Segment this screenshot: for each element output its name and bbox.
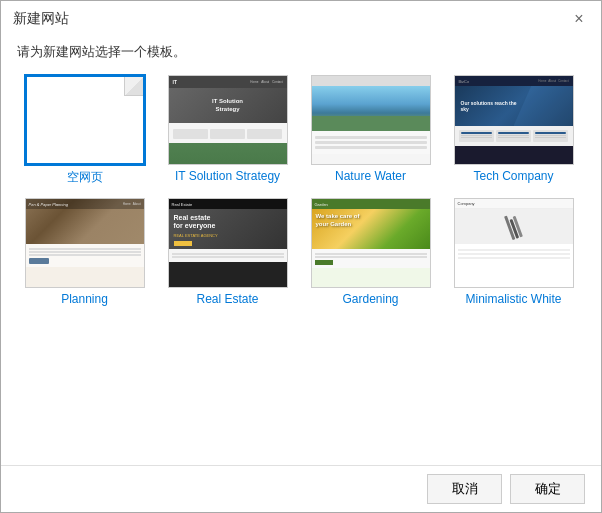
template-thumb-planning: Pen & Paper Planning Home About (25, 198, 145, 288)
dialog-subtitle: 请为新建网站选择一个模板。 (1, 37, 601, 71)
template-grid: 空网页 IT Home About Contact (17, 71, 581, 310)
tech-col-line2 (461, 137, 492, 138)
re-hero: Real estatefor everyone REAL ESTATE AGEN… (169, 209, 287, 249)
tech-nav: Home About Contact (538, 79, 568, 83)
plan-body (26, 244, 144, 267)
tech-col1 (459, 130, 494, 142)
template-thumb-nature (311, 75, 431, 165)
new-website-dialog: 新建网站 × 请为新建网站选择一个模板。 空网页 (0, 0, 602, 513)
realestate-preview: Real Estate Real estatefor everyone REAL… (169, 199, 287, 287)
it-header: IT Home About Contact (169, 76, 287, 88)
template-thumb-realestate: Real Estate Real estatefor everyone REAL… (168, 198, 288, 288)
cancel-button[interactable]: 取消 (427, 474, 502, 504)
plan-nav: Home About (123, 202, 141, 206)
nature-line1 (315, 136, 427, 139)
it-hero: IT SolutionStrategy (169, 88, 287, 123)
it-card1 (173, 129, 208, 139)
ok-button[interactable]: 确定 (510, 474, 585, 504)
it-card2 (210, 129, 245, 139)
garden-header: Garden (312, 199, 430, 209)
plan-img: Pen & Paper Planning Home About (26, 199, 144, 244)
plan-line1 (29, 248, 141, 250)
template-item-minimal[interactable]: Company (448, 198, 579, 306)
dialog-title: 新建网站 (13, 10, 69, 28)
nature-preview (312, 76, 430, 164)
tech-col-title1 (461, 132, 492, 134)
template-item-it[interactable]: IT Home About Contact IT SolutionStrateg… (162, 75, 293, 186)
close-button[interactable]: × (569, 9, 589, 29)
re-header: Real Estate (169, 199, 287, 209)
plan-btn (29, 258, 49, 264)
re-body (169, 249, 287, 262)
template-thumb-tech: BizCo Home About Contact Our solutions r… (454, 75, 574, 165)
nature-hero (312, 86, 430, 131)
template-item-blank[interactable]: 空网页 (19, 75, 150, 186)
min-line1 (458, 249, 570, 251)
garden-line1 (315, 253, 427, 255)
re-cta-btn (174, 241, 192, 246)
template-thumb-minimal: Company (454, 198, 574, 288)
tech-col-line4 (498, 137, 529, 138)
title-bar: 新建网站 × (1, 1, 601, 37)
tech-col-line1 (461, 135, 492, 136)
min-line3 (458, 257, 570, 259)
tech-preview: BizCo Home About Contact Our solutions r… (455, 76, 573, 164)
template-label-it: IT Solution Strategy (175, 169, 280, 183)
min-body (455, 244, 573, 264)
tech-cols (455, 126, 573, 146)
nature-header (312, 76, 430, 86)
re-title: Real estatefor everyone (174, 214, 282, 231)
tech-header: BizCo Home About Contact (455, 76, 573, 86)
it-body (169, 123, 287, 143)
tech-headline: Our solutions reach the sky (461, 100, 521, 113)
it-preview: IT Home About Contact IT SolutionStrateg… (169, 76, 287, 164)
template-thumb-blank (25, 75, 145, 165)
template-thumb-garden: Garden We take care ofyour Garden (311, 198, 431, 288)
tech-col-line3 (498, 135, 529, 136)
template-label-blank: 空网页 (67, 169, 103, 186)
it-title: IT SolutionStrategy (212, 98, 243, 112)
re-line1 (172, 253, 284, 255)
tech-col-title2 (498, 132, 529, 134)
template-item-realestate[interactable]: Real Estate Real estatefor everyone REAL… (162, 198, 293, 306)
tech-col-line6 (535, 137, 566, 138)
plan-logo: Pen & Paper Planning (29, 202, 68, 207)
nature-line2 (315, 141, 427, 144)
nature-line3 (315, 146, 427, 149)
template-label-planning: Planning (61, 292, 108, 306)
min-header: Company (455, 199, 573, 209)
template-item-tech[interactable]: BizCo Home About Contact Our solutions r… (448, 75, 579, 186)
it-nav: Home About Contact (250, 80, 282, 84)
content-area: 空网页 IT Home About Contact (1, 71, 601, 465)
template-grid-container[interactable]: 空网页 IT Home About Contact (17, 71, 585, 465)
minimal-preview: Company (455, 199, 573, 287)
tech-col3 (533, 130, 568, 142)
template-item-garden[interactable]: Garden We take care ofyour Garden (305, 198, 436, 306)
tech-col-title3 (535, 132, 566, 134)
re-subtitle: REAL ESTATE AGENCY (174, 233, 282, 238)
garden-preview: Garden We take care ofyour Garden (312, 199, 430, 287)
plan-line3 (29, 254, 141, 256)
planning-preview: Pen & Paper Planning Home About (26, 199, 144, 287)
tech-hero: Our solutions reach the sky (455, 86, 573, 126)
min-hero (455, 209, 573, 244)
tech-logo: BizCo (459, 79, 470, 84)
garden-hero: We take care ofyour Garden (312, 209, 430, 249)
re-line2 (172, 256, 284, 258)
garden-btn (315, 260, 333, 265)
tech-col-line5 (535, 135, 566, 136)
garden-title: We take care ofyour Garden (316, 213, 426, 229)
min-line2 (458, 253, 570, 255)
min-pens (504, 213, 523, 240)
template-label-nature: Nature Water (335, 169, 406, 183)
template-item-nature[interactable]: Nature Water (305, 75, 436, 186)
template-item-planning[interactable]: Pen & Paper Planning Home About (19, 198, 150, 306)
garden-line2 (315, 256, 427, 258)
it-row1 (173, 129, 283, 139)
it-card3 (247, 129, 282, 139)
nature-body (312, 131, 430, 154)
template-thumb-it: IT Home About Contact IT SolutionStrateg… (168, 75, 288, 165)
garden-body (312, 249, 430, 268)
template-label-garden: Gardening (342, 292, 398, 306)
template-label-realestate: Real Estate (196, 292, 258, 306)
